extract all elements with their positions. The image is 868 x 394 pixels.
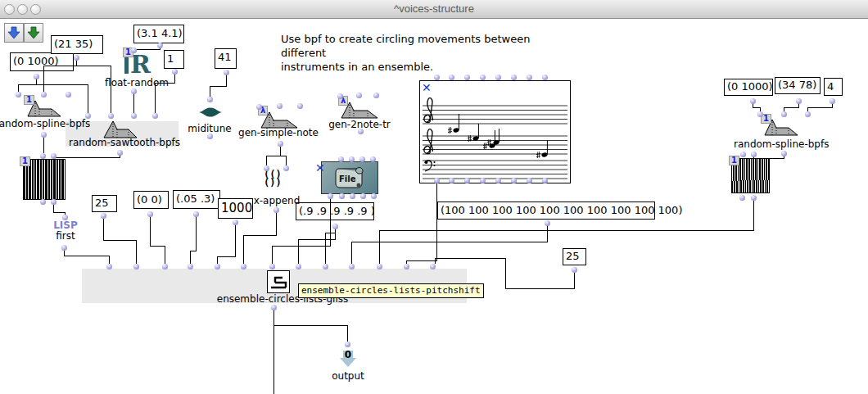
outlet-dot[interactable] (41, 132, 47, 138)
inlet-dot[interactable] (740, 152, 746, 157)
inlet-dot[interactable] (108, 113, 114, 119)
inlet-dot[interactable] (359, 156, 365, 162)
outlet-dot[interactable] (271, 305, 277, 310)
close-window-button[interactable] (4, 4, 15, 15)
value-box[interactable]: 41 (215, 48, 237, 69)
outlet-dot[interactable] (278, 141, 283, 147)
minimize-window-button[interactable] (17, 4, 28, 15)
inlet-dot[interactable] (434, 75, 440, 80)
inlet-dot[interactable] (542, 75, 548, 80)
inlet-dot[interactable] (162, 264, 168, 269)
outlet-dot[interactable] (193, 211, 199, 217)
outlet-dot[interactable] (224, 70, 229, 75)
outlet-dot[interactable] (172, 69, 178, 75)
value-box[interactable]: 1 (164, 50, 184, 69)
inlet-dot[interactable] (41, 92, 47, 97)
value-box[interactable]: (3.1 4.1) (133, 25, 184, 43)
float-random-node[interactable]: 1 R (121, 49, 152, 77)
outlet-dot[interactable] (360, 193, 366, 199)
outlet-dot[interactable] (51, 199, 57, 205)
inlet-dot[interactable] (370, 156, 376, 162)
outlet-dot[interactable] (233, 220, 238, 225)
close-x-icon[interactable]: ✕ (422, 83, 432, 93)
inlet-dot[interactable] (464, 75, 470, 80)
inlet-dot[interactable] (373, 93, 379, 98)
gen-simple-note-node[interactable]: λ (260, 109, 298, 129)
output-node[interactable]: 0 (337, 350, 359, 369)
random-spline-bpfs-right-node[interactable]: 1 (764, 116, 798, 136)
inlet-dot[interactable] (66, 92, 71, 97)
green-down-arrow-button[interactable] (24, 23, 43, 43)
outlet-dot[interactable] (34, 74, 39, 79)
value-box[interactable]: 25 (563, 248, 586, 265)
outlet-dot[interactable] (449, 178, 454, 183)
inlet-dot[interactable] (511, 75, 517, 80)
outlet-dot[interactable] (781, 151, 787, 156)
outlet-dot[interactable] (328, 193, 333, 199)
outlet-dot[interactable] (495, 178, 501, 183)
value-box[interactable]: (0 1000) (10, 52, 74, 71)
inlet-dot[interactable] (356, 93, 362, 98)
zoom-window-button[interactable] (30, 4, 41, 15)
first-function-label[interactable]: first (47, 230, 84, 242)
outlet-dot[interactable] (751, 195, 757, 201)
outlet-dot[interactable] (830, 98, 835, 104)
inlet-dot[interactable] (277, 103, 283, 109)
outlet-dot[interactable] (147, 211, 153, 217)
inlet-dot[interactable] (133, 264, 139, 269)
value-box[interactable]: (0 1000) (724, 79, 773, 96)
value-box[interactable]: (21 35) (51, 35, 103, 54)
inlet-dot[interactable] (296, 264, 301, 269)
outlet-dot[interactable] (545, 220, 550, 226)
outlet-dot[interactable] (74, 55, 79, 61)
outlet-dot[interactable] (434, 178, 440, 183)
outlet-dot[interactable] (332, 224, 338, 229)
inlet-dot[interactable] (256, 104, 262, 110)
inlet-dot[interactable] (215, 264, 220, 269)
value-box[interactable]: (.9 .9 .9 .9 .9 ) (296, 202, 374, 220)
miditune-node[interactable] (199, 106, 222, 117)
inlet-dot[interactable] (131, 113, 137, 119)
inlet-dot[interactable] (751, 152, 757, 157)
file-box-node[interactable]: ✕ File (321, 161, 378, 194)
inlet-dot[interactable] (349, 264, 355, 269)
inlet-dot[interactable] (527, 75, 532, 80)
value-box[interactable]: (0 0) (133, 191, 169, 209)
outlet-dot[interactable] (572, 267, 577, 273)
inlet-dot[interactable] (85, 113, 91, 119)
outlet-dot[interactable] (350, 193, 355, 199)
inlet-dot[interactable] (404, 264, 409, 269)
inlet-dot[interactable] (16, 92, 21, 97)
outlet-dot[interactable] (480, 178, 486, 183)
outlet-dot[interactable] (527, 178, 532, 183)
random-sawtooth-bpfs-node[interactable] (103, 119, 138, 138)
inlet-dot[interactable] (805, 111, 811, 117)
value-box[interactable]: (.05 .3) (173, 190, 220, 209)
inlet-dot[interactable] (349, 156, 355, 162)
inlet-dot[interactable] (297, 103, 303, 109)
outlet-dot[interactable] (61, 245, 67, 251)
inlet-dot[interactable] (430, 264, 436, 269)
blue-down-arrow-button[interactable] (4, 23, 24, 43)
inlet-dot[interactable] (62, 215, 68, 220)
inlet-dot[interactable] (338, 156, 344, 162)
inlet-dot[interactable] (323, 264, 328, 269)
close-x-icon[interactable]: ✕ (315, 163, 325, 173)
score-editor-node[interactable]: ✕ (419, 80, 571, 183)
outlet-dot[interactable] (339, 193, 345, 199)
outlet-dot[interactable] (750, 98, 756, 104)
inlet-dot[interactable] (495, 75, 501, 80)
outlet-dot[interactable] (207, 134, 213, 139)
value-box[interactable]: (34 78) (775, 77, 821, 94)
value-box[interactable]: 25 (92, 195, 117, 212)
value-box[interactable]: (100 100 100 100 100 100 100 100 100 100… (437, 202, 655, 220)
outlet-dot[interactable] (101, 213, 106, 219)
value-box[interactable]: 4 (824, 78, 843, 96)
value-box[interactable]: 1000 (218, 198, 253, 219)
inlet-dot[interactable] (781, 111, 787, 117)
ensemble-patcher-icon[interactable] (267, 270, 290, 293)
inlet-dot[interactable] (283, 165, 289, 171)
gen-2note-tr-node[interactable]: λ (341, 99, 378, 119)
inlet-dot[interactable] (40, 153, 46, 159)
outlet-dot[interactable] (274, 207, 279, 213)
